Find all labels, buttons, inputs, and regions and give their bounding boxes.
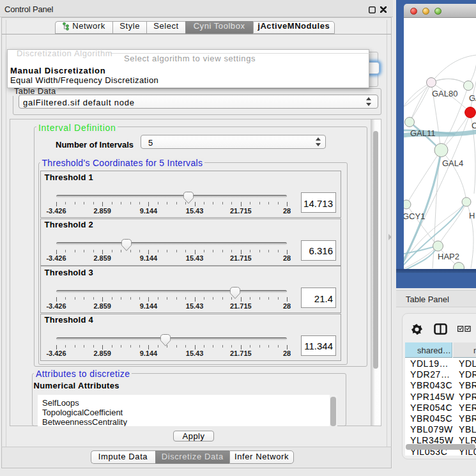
svg-text:GCY1: GCY1 (404, 211, 425, 221)
svg-text:GAL11: GAL11 (410, 128, 436, 138)
svg-text:HAP2: HAP2 (438, 252, 459, 261)
svg-text:GA: GA (469, 93, 476, 103)
svg-text:C: C (472, 121, 476, 130)
svg-text:GAL80: GAL80 (432, 89, 457, 98)
svg-text:H: H (469, 211, 475, 220)
svg-text:GAL4: GAL4 (442, 158, 463, 168)
